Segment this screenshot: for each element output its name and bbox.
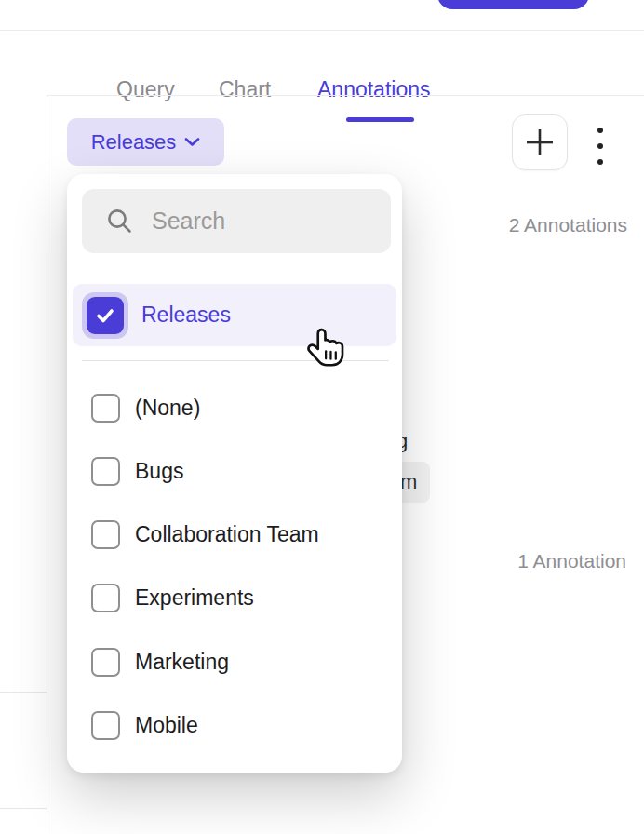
add-annotation-button[interactable] — [512, 114, 568, 170]
app-window: Query Chart Annotations Releases 2 Annot… — [0, 0, 644, 834]
tab-query[interactable]: Query — [116, 77, 175, 102]
tab-bar-divider — [47, 95, 644, 96]
releases-dropdown-panel: Releases (None) Bugs Collaboration Team … — [67, 174, 402, 773]
option-releases[interactable]: Releases — [73, 284, 396, 346]
top-partial-button[interactable] — [437, 0, 589, 9]
option-marketing[interactable]: Marketing — [67, 630, 402, 693]
sidebar-divider — [47, 30, 47, 834]
checkbox-focus-ring — [82, 292, 128, 339]
chevron-down-icon — [184, 137, 200, 147]
active-tab-underline — [346, 117, 414, 122]
search-input[interactable] — [152, 208, 356, 235]
sidebar-row-divider — [0, 808, 47, 809]
kebab-dot — [597, 128, 603, 133]
search-icon — [106, 208, 133, 235]
checkbox-unchecked[interactable] — [91, 457, 120, 486]
more-options-button[interactable] — [594, 126, 607, 167]
plus-icon — [525, 128, 555, 157]
tab-bar: Query Chart Annotations — [47, 31, 644, 95]
dropdown-search[interactable] — [82, 189, 391, 253]
option-label: Bugs — [135, 459, 183, 484]
releases-filter-label: Releases — [91, 130, 177, 155]
option-collaboration-team[interactable]: Collaboration Team — [67, 503, 402, 566]
kebab-dot — [597, 143, 603, 149]
option-none[interactable]: (None) — [67, 376, 402, 439]
annotation-count-top: 2 Annotations — [509, 214, 627, 236]
option-experiments[interactable]: Experiments — [67, 566, 402, 629]
option-label: (None) — [135, 396, 200, 421]
annotation-count-bottom: 1 Annotation — [517, 550, 626, 572]
option-label: Experiments — [135, 585, 254, 611]
checkbox-unchecked[interactable] — [91, 711, 120, 740]
checkbox-checked[interactable] — [87, 297, 124, 334]
checkbox-unchecked[interactable] — [91, 584, 120, 612]
kebab-dot — [597, 159, 603, 165]
option-bugs[interactable]: Bugs — [67, 439, 402, 503]
checkbox-unchecked[interactable] — [91, 394, 120, 423]
sidebar-row-divider — [0, 692, 47, 693]
tab-annotations[interactable]: Annotations — [317, 77, 430, 102]
option-label: Releases — [141, 303, 231, 328]
dropdown-section-divider — [82, 360, 389, 361]
option-label: Mobile — [135, 713, 198, 738]
checkmark-icon — [94, 304, 116, 327]
tab-chart[interactable]: Chart — [219, 77, 271, 102]
checkbox-unchecked[interactable] — [91, 648, 120, 677]
option-label: Collaboration Team — [135, 522, 319, 547]
checkbox-unchecked[interactable] — [91, 520, 120, 549]
option-label: Marketing — [135, 650, 229, 675]
option-mobile[interactable]: Mobile — [67, 693, 402, 757]
releases-filter-button[interactable]: Releases — [67, 118, 224, 166]
